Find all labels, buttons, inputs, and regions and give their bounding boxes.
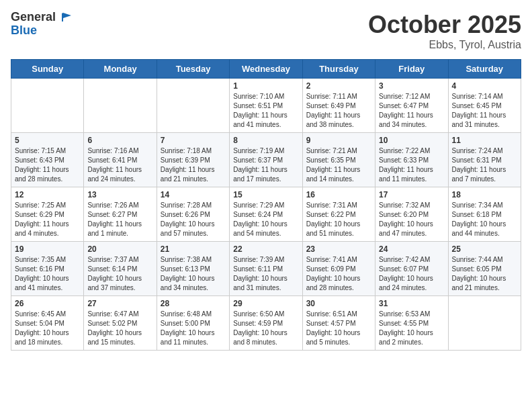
calendar-cell-day-14: 14Sunrise: 7:28 AMSunset: 6:26 PMDayligh… xyxy=(157,187,229,242)
day-details: Sunrise: 7:44 AMSunset: 6:05 PMDaylight:… xyxy=(452,255,517,293)
day-details: Sunrise: 7:32 AMSunset: 6:20 PMDaylight:… xyxy=(379,201,444,238)
day-details: Sunrise: 7:25 AMSunset: 6:29 PMDaylight:… xyxy=(15,201,80,238)
calendar-cell-day-22: 22Sunrise: 7:39 AMSunset: 6:11 PMDayligh… xyxy=(230,242,302,296)
day-number: 27 xyxy=(87,299,152,308)
day-number: 17 xyxy=(379,190,444,199)
day-number: 9 xyxy=(306,136,371,145)
calendar-table: SundayMondayTuesdayWednesdayThursdayFrid… xyxy=(11,59,521,351)
weekday-header-wednesday: Wednesday xyxy=(230,60,302,79)
day-details: Sunrise: 7:16 AMSunset: 6:41 PMDaylight:… xyxy=(87,146,152,184)
calendar-cell-empty xyxy=(11,79,84,133)
day-number: 3 xyxy=(379,81,444,91)
day-number: 18 xyxy=(452,190,517,199)
day-number: 2 xyxy=(306,81,371,91)
day-details: Sunrise: 7:28 AMSunset: 6:26 PMDaylight:… xyxy=(161,201,226,238)
calendar-cell-day-29: 29Sunrise: 6:50 AMSunset: 4:59 PMDayligh… xyxy=(230,296,302,351)
calendar-cell-empty xyxy=(157,79,229,133)
day-details: Sunrise: 7:35 AMSunset: 6:16 PMDaylight:… xyxy=(15,255,80,293)
day-details: Sunrise: 7:12 AMSunset: 6:47 PMDaylight:… xyxy=(379,92,444,130)
day-number: 29 xyxy=(233,299,298,308)
weekday-header-monday: Monday xyxy=(84,60,157,79)
day-number: 26 xyxy=(15,299,80,308)
calendar-cell-day-10: 10Sunrise: 7:22 AMSunset: 6:33 PMDayligh… xyxy=(375,133,448,187)
day-number: 22 xyxy=(233,244,298,254)
day-details: Sunrise: 7:15 AMSunset: 6:43 PMDaylight:… xyxy=(15,146,80,184)
month-title: October 2025 xyxy=(368,11,521,39)
day-number: 15 xyxy=(233,190,298,199)
weekday-header-saturday: Saturday xyxy=(448,60,521,79)
calendar-cell-day-20: 20Sunrise: 7:37 AMSunset: 6:14 PMDayligh… xyxy=(84,242,157,296)
calendar-cell-day-2: 2Sunrise: 7:11 AMSunset: 6:49 PMDaylight… xyxy=(302,79,375,133)
day-number: 6 xyxy=(87,136,152,145)
day-details: Sunrise: 6:45 AMSunset: 5:04 PMDaylight:… xyxy=(15,310,80,347)
calendar-cell-day-4: 4Sunrise: 7:14 AMSunset: 6:45 PMDaylight… xyxy=(448,79,521,133)
svg-marker-0 xyxy=(62,13,71,21)
day-details: Sunrise: 7:42 AMSunset: 6:07 PMDaylight:… xyxy=(379,255,444,293)
calendar-cell-day-25: 25Sunrise: 7:44 AMSunset: 6:05 PMDayligh… xyxy=(448,242,521,296)
day-number: 21 xyxy=(161,244,226,254)
day-number: 1 xyxy=(233,81,298,91)
day-details: Sunrise: 7:41 AMSunset: 6:09 PMDaylight:… xyxy=(306,255,371,293)
day-details: Sunrise: 7:22 AMSunset: 6:33 PMDaylight:… xyxy=(379,146,444,184)
day-details: Sunrise: 7:39 AMSunset: 6:11 PMDaylight:… xyxy=(233,255,298,293)
day-details: Sunrise: 7:10 AMSunset: 6:51 PMDaylight:… xyxy=(233,92,298,130)
day-details: Sunrise: 7:26 AMSunset: 6:27 PMDaylight:… xyxy=(87,201,152,238)
location-subtitle: Ebbs, Tyrol, Austria xyxy=(368,39,521,51)
calendar-cell-day-23: 23Sunrise: 7:41 AMSunset: 6:09 PMDayligh… xyxy=(302,242,375,296)
logo-text-general: General xyxy=(11,10,56,24)
calendar-cell-day-24: 24Sunrise: 7:42 AMSunset: 6:07 PMDayligh… xyxy=(375,242,448,296)
day-number: 8 xyxy=(233,136,298,145)
day-number: 11 xyxy=(452,136,517,145)
day-number: 4 xyxy=(452,81,517,91)
logo-text-blue: Blue xyxy=(11,24,73,38)
logo: General Blue xyxy=(11,11,73,38)
calendar-cell-day-9: 9Sunrise: 7:21 AMSunset: 6:35 PMDaylight… xyxy=(302,133,375,187)
calendar-cell-empty xyxy=(448,296,521,351)
day-details: Sunrise: 6:50 AMSunset: 4:59 PMDaylight:… xyxy=(233,310,298,347)
day-details: Sunrise: 6:47 AMSunset: 5:02 PMDaylight:… xyxy=(87,310,152,347)
day-number: 13 xyxy=(87,190,152,199)
day-details: Sunrise: 7:21 AMSunset: 6:35 PMDaylight:… xyxy=(306,146,371,184)
calendar-cell-day-11: 11Sunrise: 7:24 AMSunset: 6:31 PMDayligh… xyxy=(448,133,521,187)
day-number: 7 xyxy=(161,136,226,145)
day-number: 19 xyxy=(15,244,80,254)
day-number: 28 xyxy=(161,299,226,308)
day-number: 12 xyxy=(15,190,80,199)
calendar-cell-day-18: 18Sunrise: 7:34 AMSunset: 6:18 PMDayligh… xyxy=(448,187,521,242)
calendar-cell-day-1: 1Sunrise: 7:10 AMSunset: 6:51 PMDaylight… xyxy=(230,79,302,133)
calendar-cell-day-12: 12Sunrise: 7:25 AMSunset: 6:29 PMDayligh… xyxy=(11,187,84,242)
day-number: 16 xyxy=(306,190,371,199)
calendar-cell-day-8: 8Sunrise: 7:19 AMSunset: 6:37 PMDaylight… xyxy=(230,133,302,187)
day-details: Sunrise: 7:11 AMSunset: 6:49 PMDaylight:… xyxy=(306,92,371,130)
day-number: 25 xyxy=(452,244,517,254)
day-number: 31 xyxy=(379,299,444,308)
day-details: Sunrise: 7:29 AMSunset: 6:24 PMDaylight:… xyxy=(233,201,298,238)
calendar-cell-day-5: 5Sunrise: 7:15 AMSunset: 6:43 PMDaylight… xyxy=(11,133,84,187)
day-number: 14 xyxy=(161,190,226,199)
day-number: 24 xyxy=(379,244,444,254)
weekday-header-friday: Friday xyxy=(375,60,448,79)
day-details: Sunrise: 6:48 AMSunset: 5:00 PMDaylight:… xyxy=(161,310,226,347)
day-details: Sunrise: 7:18 AMSunset: 6:39 PMDaylight:… xyxy=(161,146,226,184)
day-number: 20 xyxy=(87,244,152,254)
day-details: Sunrise: 7:24 AMSunset: 6:31 PMDaylight:… xyxy=(452,146,517,184)
calendar-cell-day-3: 3Sunrise: 7:12 AMSunset: 6:47 PMDaylight… xyxy=(375,79,448,133)
calendar-cell-day-7: 7Sunrise: 7:18 AMSunset: 6:39 PMDaylight… xyxy=(157,133,229,187)
calendar-cell-empty xyxy=(84,79,157,133)
calendar-cell-day-16: 16Sunrise: 7:31 AMSunset: 6:22 PMDayligh… xyxy=(302,187,375,242)
day-details: Sunrise: 7:34 AMSunset: 6:18 PMDaylight:… xyxy=(452,201,517,238)
calendar-cell-day-30: 30Sunrise: 6:51 AMSunset: 4:57 PMDayligh… xyxy=(302,296,375,351)
day-number: 5 xyxy=(15,136,80,145)
day-number: 30 xyxy=(306,299,371,308)
calendar-cell-day-31: 31Sunrise: 6:53 AMSunset: 4:55 PMDayligh… xyxy=(375,296,448,351)
weekday-header-sunday: Sunday xyxy=(11,60,84,79)
day-details: Sunrise: 7:37 AMSunset: 6:14 PMDaylight:… xyxy=(87,255,152,293)
logo-flag-icon xyxy=(60,12,73,23)
day-details: Sunrise: 7:14 AMSunset: 6:45 PMDaylight:… xyxy=(452,92,517,130)
day-number: 23 xyxy=(306,244,371,254)
calendar-cell-day-21: 21Sunrise: 7:38 AMSunset: 6:13 PMDayligh… xyxy=(157,242,229,296)
calendar-cell-day-28: 28Sunrise: 6:48 AMSunset: 5:00 PMDayligh… xyxy=(157,296,229,351)
calendar-cell-day-6: 6Sunrise: 7:16 AMSunset: 6:41 PMDaylight… xyxy=(84,133,157,187)
calendar-cell-day-17: 17Sunrise: 7:32 AMSunset: 6:20 PMDayligh… xyxy=(375,187,448,242)
day-details: Sunrise: 6:51 AMSunset: 4:57 PMDaylight:… xyxy=(306,310,371,347)
